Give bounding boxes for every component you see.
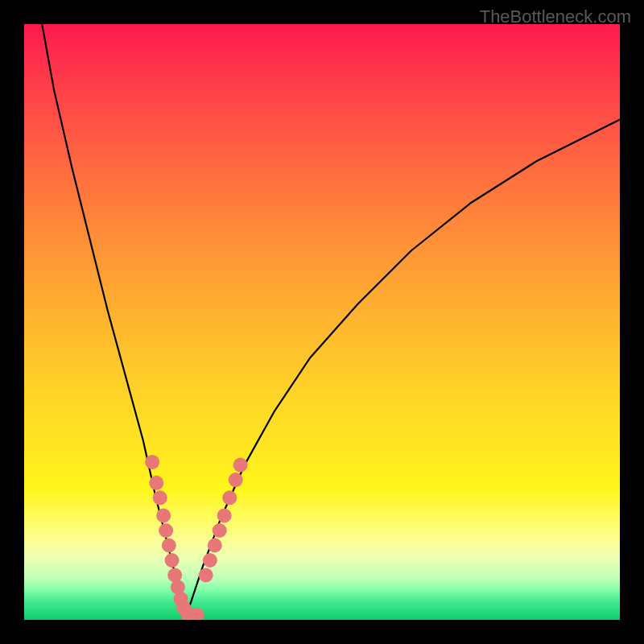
data-points-group xyxy=(145,455,248,620)
data-point xyxy=(208,539,222,553)
data-point xyxy=(153,490,167,505)
data-point xyxy=(222,490,237,505)
data-point xyxy=(156,509,171,523)
data-point xyxy=(213,523,227,538)
data-point xyxy=(149,476,163,490)
chart-svg xyxy=(24,24,620,620)
data-point xyxy=(203,553,217,568)
data-point xyxy=(159,523,173,538)
data-point xyxy=(145,455,159,469)
data-point xyxy=(162,539,176,553)
data-point xyxy=(217,509,232,523)
watermark-text: TheBottleneck.com xyxy=(480,6,631,27)
data-point xyxy=(165,553,180,568)
curves-group xyxy=(42,24,620,620)
data-point xyxy=(233,458,248,473)
data-point xyxy=(229,473,243,487)
plot-area xyxy=(24,24,620,620)
data-point xyxy=(199,568,213,583)
curve-right xyxy=(185,119,620,620)
chart-container: TheBottleneck.com xyxy=(0,0,644,644)
